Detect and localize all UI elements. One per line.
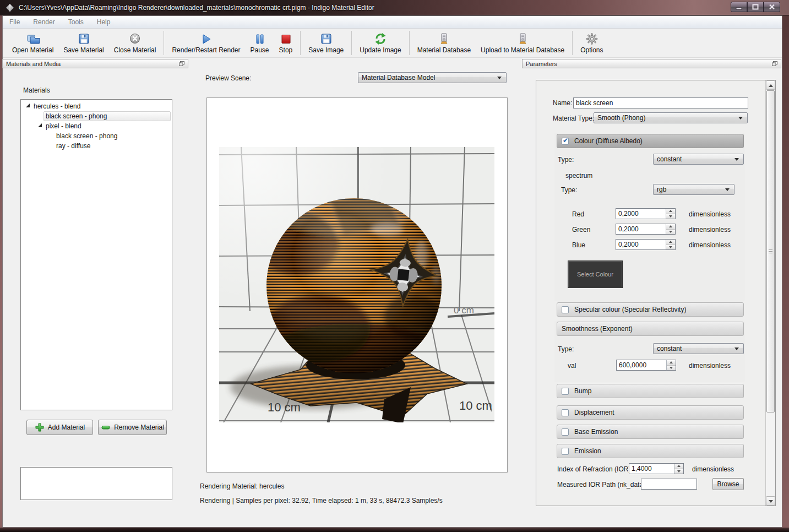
expander-icon[interactable] <box>38 123 42 127</box>
blue-value-field[interactable] <box>616 240 666 249</box>
spin-down-icon[interactable] <box>666 245 675 250</box>
bump-section-header[interactable]: Bump <box>557 384 744 398</box>
spin-down-icon[interactable] <box>667 366 676 371</box>
parameters-scrollbar[interactable] <box>765 80 775 506</box>
colour-checkbox[interactable] <box>562 138 569 145</box>
name-input[interactable] <box>573 97 748 108</box>
tree-item-black-screen[interactable]: black screen - phong <box>46 111 107 121</box>
render-restart-button[interactable]: Render/Restart Render <box>167 29 245 57</box>
displacement-checkbox[interactable] <box>562 409 569 416</box>
open-material-button[interactable]: Open Material <box>7 29 58 57</box>
save-image-button[interactable]: Save Image <box>303 29 349 57</box>
nk-path-input[interactable] <box>641 479 697 490</box>
blue-spin-input[interactable] <box>616 239 676 250</box>
green-spin-input[interactable] <box>616 224 676 235</box>
materials-tree[interactable]: hercules - blend black screen - phong pi… <box>20 99 172 410</box>
scrollbar-thumb[interactable] <box>766 90 775 412</box>
colour-type-combo[interactable]: constant <box>653 154 744 165</box>
options-button[interactable]: Options <box>575 29 608 57</box>
menu-tools[interactable]: Tools <box>62 17 90 28</box>
specular-section-header[interactable]: Specular colour (Specular Reflectivity) <box>557 302 744 317</box>
displacement-section-header[interactable]: Displacement <box>557 405 744 420</box>
base-emission-section-header[interactable]: Base Emission <box>557 425 744 439</box>
red-spinner[interactable] <box>666 209 675 219</box>
emission-checkbox[interactable] <box>562 448 569 455</box>
smoothness-section-title: Smoothness (Exponent) <box>562 325 633 333</box>
menu-help[interactable]: Help <box>90 17 117 28</box>
rendering-material-status: Rendering Material: hercules <box>200 482 284 490</box>
ior-spinner[interactable] <box>674 464 683 474</box>
upload-material-database-button[interactable]: Upload to Material Database <box>476 29 569 57</box>
spin-down-icon[interactable] <box>666 214 675 219</box>
colour-section-header[interactable]: Colour (Diffuse Albedo) <box>557 134 744 148</box>
green-spinner[interactable] <box>666 224 675 234</box>
close-icon <box>769 4 775 10</box>
expander-icon[interactable] <box>26 104 30 107</box>
title-bar[interactable]: C:\Users\Yves\AppData\Roaming\Indigo Ren… <box>0 0 789 15</box>
material-database-button[interactable]: Material Database <box>412 29 476 57</box>
spin-up-icon[interactable] <box>666 240 675 245</box>
tree-item-hercules[interactable]: hercules - blend <box>34 101 80 111</box>
spin-up-icon[interactable] <box>674 464 683 469</box>
spin-down-icon[interactable] <box>666 230 675 235</box>
play-icon <box>199 32 213 46</box>
spin-up-icon[interactable] <box>667 360 676 366</box>
tree-item-ray[interactable]: ray - diffuse <box>56 141 90 150</box>
close-material-button[interactable]: Close Material <box>109 29 161 57</box>
maximize-button[interactable] <box>747 2 764 12</box>
render-preview-image: 0 cm indigo <box>219 147 494 422</box>
scroll-down-icon[interactable] <box>766 496 775 506</box>
select-colour-label: Select Colour <box>577 271 613 278</box>
menu-file[interactable]: File <box>3 17 26 28</box>
name-label: Name: <box>553 99 572 107</box>
add-material-button[interactable]: Add Material <box>26 420 93 435</box>
float-panel-icon[interactable] <box>772 61 777 66</box>
smoothness-type-combo[interactable]: constant <box>653 343 744 354</box>
tree-item-black-screen-2[interactable]: black screen - phong <box>56 131 117 140</box>
blue-spinner[interactable] <box>666 240 675 249</box>
tree-item-pixel[interactable]: pixel - blend <box>46 121 81 131</box>
remove-material-button[interactable]: Remove Material <box>98 420 167 435</box>
scrollbar-grip <box>769 249 772 253</box>
ior-spin-input[interactable] <box>629 463 684 474</box>
media-list-box[interactable] <box>20 467 172 500</box>
spectrum-type-combo[interactable]: rgb <box>653 184 734 195</box>
spin-up-icon[interactable] <box>666 224 675 230</box>
green-label: Green <box>572 226 590 234</box>
smoothness-section-header: Smoothness (Exponent) <box>557 322 744 336</box>
bump-checkbox[interactable] <box>562 388 569 395</box>
red-value-field[interactable] <box>616 209 666 219</box>
val-value-field[interactable] <box>617 360 666 370</box>
green-value-field[interactable] <box>616 224 666 234</box>
base-emission-checkbox[interactable] <box>562 428 569 436</box>
pause-button[interactable]: Pause <box>246 29 274 57</box>
material-type-combo[interactable]: Smooth (Phong) <box>594 112 748 123</box>
minimize-button[interactable] <box>731 2 747 12</box>
val-spin-input[interactable] <box>616 360 676 371</box>
stop-icon <box>279 32 292 46</box>
update-image-button[interactable]: Update Image <box>355 29 406 57</box>
ior-value-field[interactable] <box>629 464 674 474</box>
preview-scene-combo[interactable]: Material Database Model <box>358 72 507 83</box>
scroll-up-icon[interactable] <box>766 80 775 90</box>
blue-label: Blue <box>572 241 585 249</box>
specular-checkbox[interactable] <box>562 306 569 313</box>
emission-section-header[interactable]: Emission <box>557 444 744 458</box>
red-spin-input[interactable] <box>616 208 676 219</box>
toolbar: Open Material Save Material Close Materi… <box>3 29 782 58</box>
spin-up-icon[interactable] <box>666 209 675 214</box>
menu-bar: File Render Tools Help <box>3 16 782 29</box>
app-logo-icon <box>6 3 14 12</box>
close-button[interactable] <box>764 2 780 12</box>
save-material-button[interactable]: Save Material <box>58 29 108 57</box>
select-colour-button[interactable]: Select Colour <box>568 260 623 288</box>
val-spinner[interactable] <box>666 360 676 370</box>
material-type-label: Material Type: <box>553 115 594 122</box>
browse-button[interactable]: Browse <box>712 478 744 490</box>
spin-down-icon[interactable] <box>674 469 683 474</box>
menu-render[interactable]: Render <box>26 17 61 28</box>
stop-button[interactable]: Stop <box>274 29 298 57</box>
pause-icon <box>253 32 266 46</box>
parameters-panel-header: Parameters <box>522 59 781 68</box>
float-panel-icon[interactable] <box>179 61 184 66</box>
